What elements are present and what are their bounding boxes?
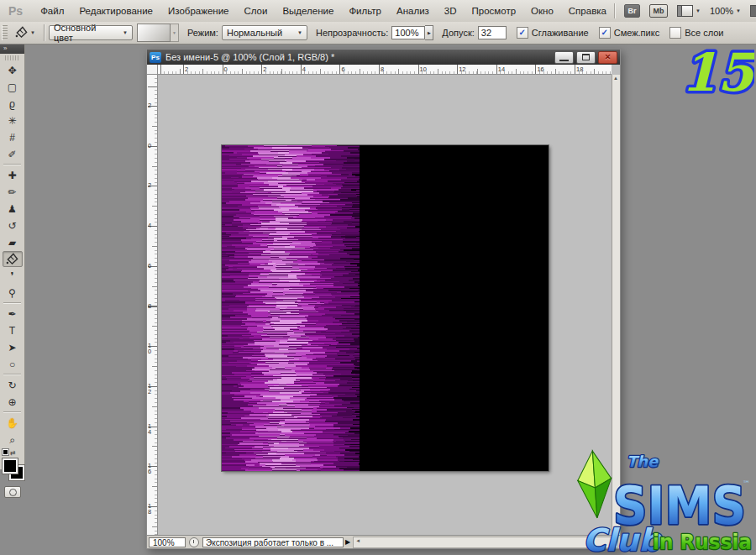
timing-icon[interactable] xyxy=(189,537,199,547)
checkbox-box[interactable]: ✓ xyxy=(517,27,528,39)
menu-item[interactable]: Файл xyxy=(33,6,71,16)
3d-rotate-tool[interactable]: ↻ xyxy=(3,377,23,393)
paint-bucket-icon xyxy=(15,26,28,40)
current-tool-button[interactable]: ▼ xyxy=(11,26,39,40)
options-checkboxes: ✓Сглаживание✓Смеж.пиксВсе слои xyxy=(507,27,724,39)
maximize-button[interactable] xyxy=(576,51,596,64)
v-ruler-label: 0 xyxy=(148,143,154,149)
brush-tool[interactable]: ✏ xyxy=(3,184,23,200)
h-ruler-label: 18 xyxy=(576,65,583,73)
blend-mode-value: Нормальный xyxy=(227,28,282,38)
option-checkbox[interactable]: ✓Сглаживание xyxy=(517,27,589,39)
arrange-documents-button[interactable]: ▼ xyxy=(750,5,756,17)
healing-brush-tool[interactable]: ✚ xyxy=(3,167,23,183)
chevron-down-icon: ▼ xyxy=(297,30,302,35)
menu-right-controls: Br Mb ▼ 100% ▼ ▼ ▼ xyxy=(614,3,756,18)
sims-club-russia-logo: The SIMS ™ Club in Russia xyxy=(575,444,756,555)
menu-item[interactable]: Изображение xyxy=(160,6,236,16)
menu-item[interactable]: Просмотр xyxy=(465,6,524,16)
overlay-number-text: 15 xyxy=(681,42,754,103)
menu-item[interactable]: Фильтр xyxy=(341,6,389,16)
tolerance-label: Допуск: xyxy=(442,28,474,38)
type-tool[interactable]: T xyxy=(3,322,23,338)
toolbar-collapse-button[interactable]: » xyxy=(0,44,24,54)
history-brush-tool[interactable]: ↺ xyxy=(3,217,23,233)
path-selection-tool[interactable]: ➤ xyxy=(3,339,23,355)
logo-the-text: The xyxy=(627,453,659,470)
eyedropper-tool[interactable]: ✐ xyxy=(3,146,23,162)
ruler-origin-corner[interactable] xyxy=(147,65,158,75)
rectangular-marquee-tool[interactable]: ▢ xyxy=(3,79,23,95)
h-ruler-label: 14 xyxy=(498,65,505,73)
swap-colors-icon[interactable]: ⇄ xyxy=(3,449,16,457)
launch-mini-bridge-button[interactable]: Mb xyxy=(649,4,668,18)
toolbar-grip[interactable] xyxy=(5,55,19,60)
mode-label: Режим: xyxy=(187,28,218,38)
menu-item[interactable]: Выделение xyxy=(275,6,341,16)
checkbox-box[interactable]: ✓ xyxy=(599,27,611,39)
opacity-slider-arrow[interactable]: ▶ xyxy=(425,25,433,40)
options-separator xyxy=(44,24,45,41)
photoshop-logo: Ps xyxy=(8,4,23,18)
launch-bridge-button[interactable]: Br xyxy=(624,4,640,18)
v-ruler-label: 18 xyxy=(148,503,154,515)
blend-mode-dropdown[interactable]: Нормальный ▼ xyxy=(222,25,307,40)
smudge-tool[interactable]: ❜ xyxy=(3,268,23,284)
zoom-percentage-field[interactable]: 100% xyxy=(149,537,186,547)
zoom-tool[interactable]: ⌕ xyxy=(3,432,23,448)
scroll-up-icon[interactable]: ▲ xyxy=(613,76,618,81)
document-titlebar[interactable]: Ps Без имени-5 @ 100% (Слой 1, RGB/8) * xyxy=(147,50,620,65)
opacity-field[interactable]: 100% xyxy=(391,26,425,39)
menu-item[interactable]: Редактирование xyxy=(71,6,160,16)
crop-tool[interactable]: # xyxy=(3,129,23,145)
chevron-down-icon: ▼ xyxy=(736,8,741,13)
options-bar-grip[interactable] xyxy=(2,25,8,40)
pen-tool[interactable]: ✒ xyxy=(3,306,23,322)
quick-mask-button[interactable] xyxy=(4,486,21,498)
lasso-tool[interactable]: ϱ xyxy=(3,96,23,112)
scroll-left-icon[interactable]: ◄ xyxy=(355,538,360,543)
foreground-color-swatch[interactable] xyxy=(3,458,18,474)
option-checkbox[interactable]: Все слои xyxy=(669,27,723,39)
tolerance-field[interactable]: 32 xyxy=(478,26,507,39)
menu-item[interactable]: Окно xyxy=(523,6,561,16)
menu-item[interactable]: Анализ xyxy=(389,6,437,16)
vertical-ruler[interactable]: 202468101214161820 xyxy=(147,75,158,535)
horizontal-ruler[interactable]: 202468101214161820 xyxy=(158,65,612,75)
canvas-viewport[interactable] xyxy=(158,75,612,535)
pattern-swatch-arrow[interactable]: ▼ xyxy=(171,24,179,42)
paint-bucket-tool[interactable] xyxy=(3,251,23,267)
ellipse-shape-tool[interactable]: ○ xyxy=(3,356,23,372)
pattern-swatch[interactable] xyxy=(137,24,171,42)
arrange-documents-icon xyxy=(750,5,756,17)
zoom-level-dropdown[interactable]: 100% ▼ xyxy=(710,6,741,16)
3d-orbit-tool[interactable]: ⊕ xyxy=(3,394,23,410)
clone-stamp-tool[interactable]: ♟ xyxy=(3,201,23,217)
minimize-button[interactable] xyxy=(554,51,574,64)
menu-items: ФайлРедактированиеИзображениеСлоиВыделен… xyxy=(33,0,614,22)
document-title: Без имени-5 @ 100% (Слой 1, RGB/8) * xyxy=(165,52,334,62)
tool-list: ✥▢ϱ✳#✐✚✏♟↺▰ ❜⚲✒T➤○↻⊕✋⌕ xyxy=(0,62,24,448)
logo-club-text: Club xyxy=(583,522,663,555)
opacity-label: Непрозрачность: xyxy=(316,28,388,38)
fill-source-dropdown[interactable]: Основной цвет ▼ xyxy=(49,25,133,40)
document-ps-icon: Ps xyxy=(150,52,161,63)
tool-palette: » ✥▢ϱ✳#✐✚✏♟↺▰ ❜⚲✒T➤○↻⊕✋⌕ ⇄ xyxy=(0,44,25,470)
quick-selection-tool[interactable]: ✳ xyxy=(3,113,23,128)
menu-item[interactable]: Слои xyxy=(236,6,275,16)
option-checkbox[interactable]: ✓Смеж.пикс xyxy=(599,27,659,39)
menu-item[interactable]: 3D xyxy=(437,6,465,16)
eraser-tool[interactable]: ▰ xyxy=(3,234,23,250)
hand-tool[interactable]: ✋ xyxy=(3,415,23,431)
move-tool[interactable]: ✥ xyxy=(3,62,23,78)
options-bar: ▼ Основной цвет ▼ ▼ Режим: Нормальный ▼ … xyxy=(0,22,756,45)
black-region[interactable] xyxy=(360,145,549,471)
view-extras-button[interactable]: ▼ xyxy=(677,5,701,17)
dodge-tool[interactable]: ⚲ xyxy=(3,285,23,301)
canvas-document[interactable] xyxy=(222,145,549,471)
close-button[interactable] xyxy=(598,51,617,64)
checkbox-box[interactable] xyxy=(669,27,681,39)
menu-item[interactable]: Справка xyxy=(561,6,614,16)
purple-fiber-region[interactable] xyxy=(222,145,360,471)
status-options-arrow[interactable]: ▶ xyxy=(345,538,350,546)
